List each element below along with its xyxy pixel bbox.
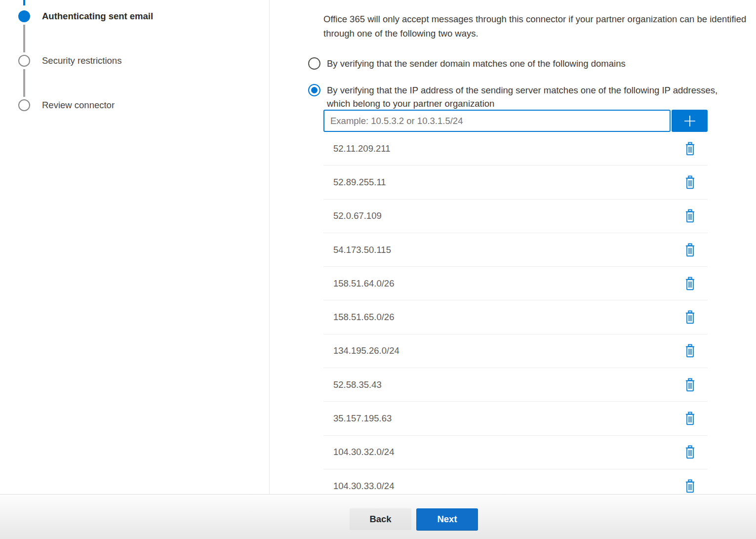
ip-address-list: 52.11.209.211 52.89.255.11 [323, 132, 708, 494]
delete-ip-button[interactable] [683, 141, 697, 157]
delete-ip-button[interactable] [683, 174, 697, 190]
ip-address-row: 158.51.65.0/26 [323, 300, 708, 334]
ip-address-row: 52.58.35.43 [323, 368, 708, 402]
ip-address-row: 134.195.26.0/24 [323, 334, 708, 368]
ip-address-row: 52.11.209.211 [323, 132, 708, 166]
delete-ip-button[interactable] [683, 276, 697, 291]
trash-icon [684, 445, 696, 459]
delete-ip-button[interactable] [683, 377, 697, 393]
delete-ip-button[interactable] [683, 411, 697, 426]
wizard-footer: Back Next [0, 494, 756, 539]
ip-address-row: 158.51.64.0/26 [323, 267, 708, 300]
ip-address-row: 104.30.33.0/24 [323, 469, 708, 494]
delete-ip-button[interactable] [683, 242, 697, 258]
trash-icon [684, 479, 696, 493]
delete-ip-button[interactable] [683, 478, 697, 494]
ip-address-row: 54.173.50.115 [323, 233, 708, 267]
ip-address-value: 54.173.50.115 [333, 245, 391, 255]
ip-address-value: 52.11.209.211 [333, 143, 391, 154]
trash-icon [684, 344, 696, 358]
wizard-step[interactable]: Authenticating sent email [18, 10, 153, 22]
wizard-step[interactable]: Review connector [18, 99, 153, 111]
step-indicator-circle [18, 10, 30, 22]
ip-address-value: 35.157.195.63 [333, 413, 392, 424]
ip-address-value: 52.58.35.43 [333, 379, 382, 390]
wizard-steps-rail: Authenticating sent email Security restr… [0, 0, 270, 494]
trash-icon [684, 310, 696, 324]
ip-address-value: 52.89.255.11 [333, 177, 386, 188]
ip-address-value: 104.30.32.0/24 [333, 447, 394, 457]
radio-option[interactable]: By verifying that the sender domain matc… [308, 57, 733, 70]
wizard-step[interactable]: Security restrictions [18, 55, 153, 67]
add-ip-button[interactable] [672, 110, 708, 132]
ip-entry-bar [323, 110, 708, 132]
ip-address-value: 134.195.26.0/24 [333, 345, 399, 356]
delete-ip-button[interactable] [683, 343, 697, 359]
step-connector-line [23, 25, 25, 52]
trash-icon [684, 175, 696, 189]
ip-address-row: 52.0.67.109 [323, 200, 708, 233]
trash-icon [684, 412, 696, 425]
delete-ip-button[interactable] [683, 309, 697, 325]
radio-button-icon [308, 84, 320, 96]
ip-address-input[interactable] [323, 110, 671, 132]
ip-address-row: 52.89.255.11 [323, 166, 708, 199]
connector-wizard-page: Authenticating sent email Security restr… [0, 0, 756, 539]
delete-ip-button[interactable] [683, 444, 697, 460]
radio-option-label: By verifying that the IP address of the … [327, 83, 719, 110]
radio-option[interactable]: By verifying that the IP address of the … [308, 83, 733, 110]
step-connector-top-line [23, 0, 25, 5]
wizard-content: Authenticating sent email Security restr… [0, 0, 756, 494]
intro-text: Office 365 will only accept messages thr… [323, 12, 756, 41]
trash-icon [684, 243, 696, 257]
step-label: Security restrictions [42, 55, 121, 66]
ip-address-value: 158.51.65.0/26 [333, 312, 394, 323]
ip-address-value: 104.30.33.0/24 [333, 481, 394, 492]
ip-address-value: 158.51.64.0/26 [333, 278, 394, 289]
step-label: Review connector [42, 100, 115, 111]
step-indicator-circle [18, 99, 30, 111]
step-label: Authenticating sent email [42, 11, 153, 22]
radio-button-icon [308, 57, 320, 70]
trash-icon [684, 277, 696, 290]
radio-option-label: By verifying that the sender domain matc… [327, 57, 626, 70]
delete-ip-button[interactable] [683, 208, 697, 224]
back-button[interactable]: Back [350, 508, 411, 530]
ip-address-value: 52.0.67.109 [333, 210, 382, 221]
wizard-step-list: Authenticating sent email Security restr… [18, 10, 153, 111]
step-indicator-circle [18, 55, 30, 67]
ip-address-row: 35.157.195.63 [323, 402, 708, 435]
step-connector-line [23, 69, 25, 97]
plus-icon [682, 114, 697, 128]
ip-address-row: 104.30.32.0/24 [323, 436, 708, 469]
trash-icon [684, 209, 696, 223]
trash-icon [684, 142, 696, 156]
trash-icon [684, 378, 696, 392]
next-button[interactable]: Next [416, 508, 478, 530]
